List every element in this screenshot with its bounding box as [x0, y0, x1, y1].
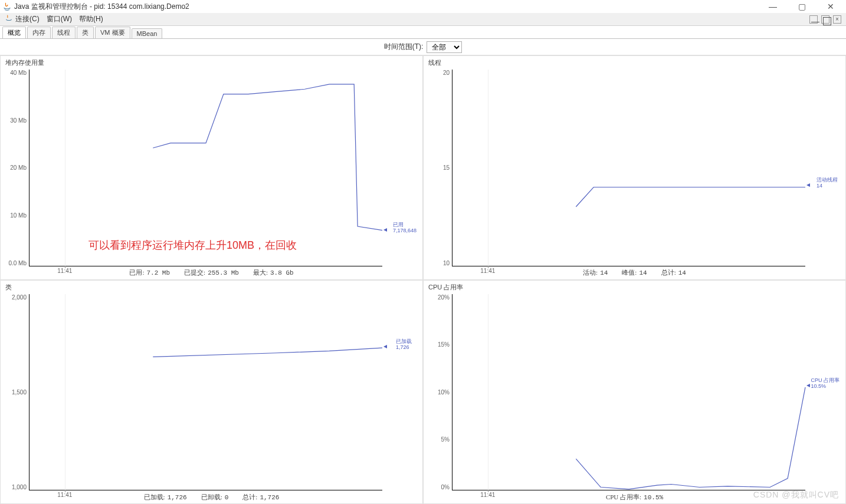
minimize-button[interactable]: —: [764, 2, 782, 11]
heap-plot[interactable]: 11:41 已用 7,178,648 可以看到程序运行堆内存上升10MB，在回收: [29, 70, 382, 266]
cpu-y-axis: 20% 15% 10% 5% 0%: [428, 293, 452, 492]
classes-y-axis: 2,000 1,500 1,000: [5, 293, 29, 492]
timerange-label: 时间范围(T):: [384, 42, 424, 52]
charts-grid: 堆内存使用量 40 Mb 30 Mb 20 Mb 10 Mb 0.0 Mb 11…: [0, 55, 846, 504]
chart-threads: 20 15 10 11:41 活动线程 14: [428, 68, 841, 268]
panel-cpu-title: CPU 占用率: [428, 283, 841, 292]
chart-cpu: 20% 15% 10% 5% 0% 11:41 CPU 占用率 10.5%: [428, 293, 841, 492]
menu-connect[interactable]: 连接(C): [15, 14, 40, 24]
maximize-button[interactable]: ▢: [793, 2, 811, 11]
menu-window[interactable]: 窗口(W): [47, 14, 72, 24]
chart-heap: 40 Mb 30 Mb 20 Mb 10 Mb 0.0 Mb 11:41 已用 …: [5, 68, 418, 268]
watermark: CSDN @我就叫CV吧: [753, 490, 839, 500]
restore-internal-icon[interactable]: [821, 15, 829, 24]
timerange-select[interactable]: 全部: [427, 41, 462, 53]
window-titlebar: Java 监视和管理控制台 - pid: 15344 com.lixiang.D…: [0, 0, 846, 13]
window-controls: — ▢ ✕: [764, 2, 839, 11]
panel-threads: 线程 20 15 10 11:41 活动线程 14 活动:14 峰值:14: [423, 55, 846, 280]
java-icon: [2, 2, 12, 11]
chart-classes: 2,000 1,500 1,000 11:41 已加载 1,726: [5, 293, 418, 492]
tab-memory[interactable]: 内存: [27, 27, 51, 38]
tab-threads[interactable]: 线程: [52, 27, 76, 38]
threads-y-axis: 20 15 10: [428, 68, 452, 268]
heap-y-axis: 40 Mb 30 Mb 20 Mb 10 Mb 0.0 Mb: [5, 68, 29, 268]
tab-vm[interactable]: VM 概要: [95, 27, 130, 38]
tab-classes[interactable]: 类: [77, 27, 94, 38]
panel-threads-title: 线程: [428, 58, 841, 67]
min-internal-icon[interactable]: [809, 15, 818, 24]
classes-plot[interactable]: 11:41 已加载 1,726: [29, 294, 382, 491]
panel-classes-title: 类: [5, 283, 418, 292]
panel-cpu: CPU 占用率 20% 15% 10% 5% 0% 11:41 CPU 占用率 …: [423, 280, 846, 505]
menu-help[interactable]: 帮助(H): [79, 14, 103, 24]
heap-annotation: 可以看到程序运行堆内存上升10MB，在回收: [88, 238, 297, 252]
panel-classes: 类 2,000 1,500 1,000 11:41 已加载 1,726 已加载:…: [0, 280, 423, 505]
cpu-plot[interactable]: 11:41 CPU 占用率 10.5%: [452, 294, 805, 491]
tab-overview[interactable]: 概览: [2, 27, 26, 38]
tab-bar: 概览 内存 线程 类 VM 概要 MBean: [0, 26, 846, 39]
timerange-row: 时间范围(T): 全部: [0, 39, 846, 55]
java-icon: [5, 14, 13, 24]
tab-mbean[interactable]: MBean: [132, 28, 163, 38]
panel-heap-title: 堆内存使用量: [5, 58, 418, 67]
threads-plot[interactable]: 11:41 活动线程 14: [452, 70, 805, 266]
close-button[interactable]: ✕: [822, 2, 839, 11]
panel-heap: 堆内存使用量 40 Mb 30 Mb 20 Mb 10 Mb 0.0 Mb 11…: [0, 55, 423, 280]
menubar: 连接(C) 窗口(W) 帮助(H) ×: [0, 13, 846, 26]
window-title: Java 监视和管理控制台 - pid: 15344 com.lixiang.D…: [14, 2, 764, 12]
close-internal-icon[interactable]: ×: [833, 15, 841, 24]
